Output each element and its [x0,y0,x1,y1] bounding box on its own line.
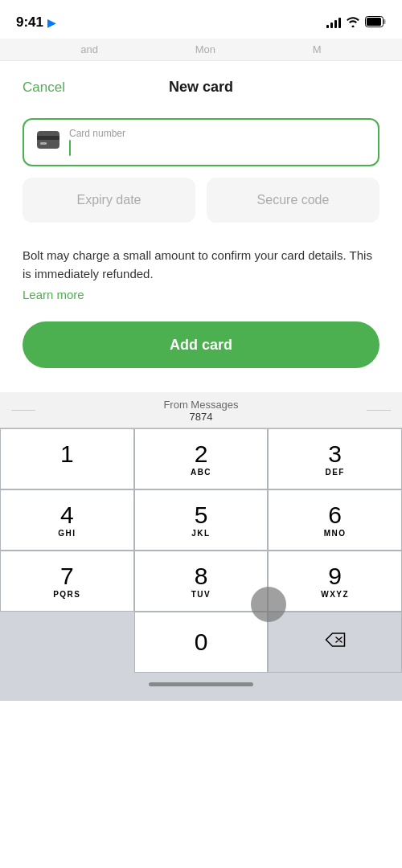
keyboard-area: From Messages 7874 1 2 ABC 3 DEF 4 GHI 5… [0,392,402,701]
key-delete[interactable] [268,612,402,673]
key-5[interactable]: 5 JKL [134,489,269,551]
top-hint-center: Mon [195,43,215,55]
info-section: Bolt may charge a small amount to confir… [23,247,379,321]
status-icons [326,16,386,30]
modal-header: Cancel New card [23,61,379,118]
key-9-letters: WXYZ [321,590,349,599]
key-8-number: 8 [195,564,208,588]
key-6-letters: MNO [324,529,347,538]
key-0[interactable]: 0 [134,612,269,673]
card-number-label: Card number [69,128,365,139]
key-1[interactable]: 1 [0,428,134,489]
top-hint-bar: and Mon M [0,39,402,61]
card-number-field[interactable]: Card number [23,118,379,166]
info-description: Bolt may charge a small amount to confir… [23,247,379,283]
signal-bar-2 [330,23,333,28]
key-1-letters [65,468,68,477]
signal-bar-3 [334,20,337,28]
key-5-letters: JKL [191,529,210,538]
key-2-letters: ABC [191,468,211,477]
key-4-letters: GHI [58,529,76,538]
status-bar: 9:41 ▶ [0,0,402,39]
key-9[interactable]: 9 WXYZ [268,551,402,612]
key-7[interactable]: 7 PQRS [0,551,134,612]
add-card-button[interactable]: Add card [23,321,379,368]
signal-bars [326,17,341,28]
key-6-number: 6 [328,503,342,527]
delete-icon [324,632,347,653]
from-messages-code: 7874 [0,411,402,423]
modal-container: Cancel New card Card number Expiry date … [0,61,402,392]
from-messages-banner: From Messages 7874 [0,392,402,428]
key-3-number: 3 [328,442,342,466]
text-cursor [69,140,71,156]
expiry-date-field[interactable]: Expiry date [23,178,195,223]
card-input-area: Card number [69,128,365,157]
key-8-letters: TUV [191,590,211,599]
svg-rect-4 [37,136,59,140]
home-indicator [0,673,402,701]
svg-rect-5 [40,142,47,145]
key-7-number: 7 [60,564,74,588]
home-bar [149,682,253,686]
key-3-letters: DEF [325,468,345,477]
card-cursor-line [69,139,365,157]
keypad: 1 2 ABC 3 DEF 4 GHI 5 JKL 6 MNO 7 PQRS [0,428,402,673]
key-5-number: 5 [195,503,208,527]
learn-more-link[interactable]: Learn more [23,288,84,301]
key-8[interactable]: 8 TUV [134,551,269,612]
divider-right [367,410,391,411]
key-4-number: 4 [60,503,74,527]
top-hint-right: M [313,43,322,55]
location-icon: ▶ [47,17,55,29]
key-2-number: 2 [195,442,208,466]
secure-code-label: Secure code [257,193,330,207]
key-4[interactable]: 4 GHI [0,489,134,551]
wifi-icon [346,16,360,30]
top-hint-left: and [80,43,98,55]
time-label: 9:41 [16,14,43,31]
battery-icon [365,16,386,30]
expiry-date-label: Expiry date [76,193,141,207]
key-0-number: 0 [195,630,208,654]
key-9-number: 9 [328,564,342,588]
signal-bar-4 [338,18,341,28]
key-2[interactable]: 2 ABC [134,428,269,489]
key-empty [0,612,134,673]
card-icon [37,131,59,154]
from-messages-title: From Messages [0,399,402,411]
key-6[interactable]: 6 MNO [268,489,402,551]
status-time: 9:41 ▶ [16,14,55,31]
cancel-button[interactable]: Cancel [23,80,65,96]
two-inputs-row: Expiry date Secure code [23,178,379,223]
svg-rect-1 [367,18,381,26]
page-title: New card [169,79,233,96]
key-1-number: 1 [60,442,74,466]
secure-code-field[interactable]: Secure code [207,178,379,223]
svg-rect-2 [384,19,386,24]
divider-left [11,410,35,411]
signal-bar-1 [326,25,329,28]
key-3[interactable]: 3 DEF [268,428,402,489]
key-7-letters: PQRS [53,590,80,599]
